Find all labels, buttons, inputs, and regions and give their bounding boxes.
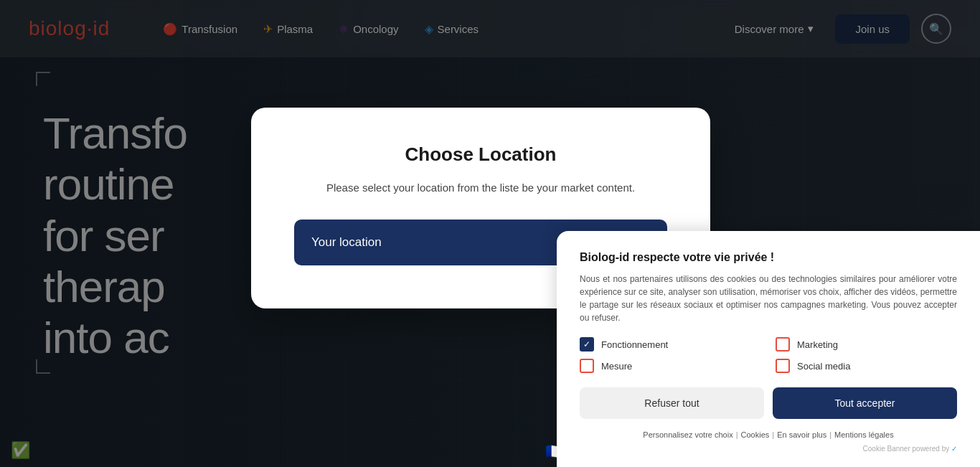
cookie-option-fonctionnement: Fonctionnement bbox=[580, 337, 761, 352]
social-media-label: Social media bbox=[797, 361, 850, 372]
fonctionnement-label: Fonctionnement bbox=[601, 339, 668, 350]
cookie-links: Personnalisez votre choix | Cookies | En… bbox=[580, 430, 957, 439]
fonctionnement-checkbox[interactable] bbox=[580, 337, 594, 352]
separator-3: | bbox=[829, 430, 831, 439]
cookiebot-icon: ✓ bbox=[951, 445, 957, 453]
cookie-powered-by: Cookie Banner powered by ✓ bbox=[580, 445, 957, 453]
mesure-label: Mesure bbox=[601, 361, 632, 372]
marketing-label: Marketing bbox=[797, 339, 838, 350]
separator-1: | bbox=[736, 430, 738, 439]
cookie-option-marketing: Marketing bbox=[776, 337, 957, 352]
cookie-banner: Biolog-id respecte votre vie privée ! No… bbox=[557, 231, 980, 467]
cookies-link[interactable]: Cookies bbox=[741, 430, 770, 439]
accept-button[interactable]: Tout accepter bbox=[773, 387, 957, 419]
legal-mentions-link[interactable]: Mentions légales bbox=[834, 430, 894, 439]
cookie-description: Nous et nos partenaires utilisons des co… bbox=[580, 273, 957, 324]
mesure-checkbox[interactable] bbox=[580, 359, 594, 373]
marketing-checkbox[interactable] bbox=[776, 337, 790, 352]
social-media-checkbox[interactable] bbox=[776, 359, 790, 373]
cookie-options: Fonctionnement Marketing Mesure Social m… bbox=[580, 337, 957, 373]
learn-more-link[interactable]: En savoir plus bbox=[777, 430, 826, 439]
cookie-actions: Refuser tout Tout accepter bbox=[580, 387, 957, 419]
personalize-link[interactable]: Personnalisez votre choix bbox=[643, 430, 732, 439]
refuse-button[interactable]: Refuser tout bbox=[580, 387, 764, 419]
cookie-option-social-media: Social media bbox=[776, 359, 957, 373]
modal-title: Choose Location bbox=[294, 143, 667, 166]
cookie-option-mesure: Mesure bbox=[580, 359, 761, 373]
cookie-title: Biolog-id respecte votre vie privée ! bbox=[580, 251, 957, 264]
modal-subtitle: Please select your location from the lis… bbox=[294, 180, 667, 197]
separator-2: | bbox=[772, 430, 774, 439]
